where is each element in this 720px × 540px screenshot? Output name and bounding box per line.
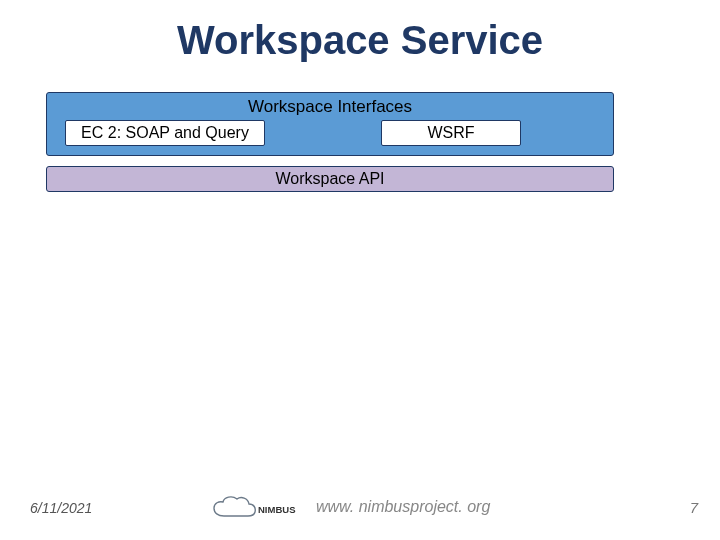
cloud-icon: NIMBUS xyxy=(208,492,304,526)
logo-text: NIMBUS xyxy=(258,504,295,515)
footer-url: www. nimbusproject. org xyxy=(316,498,490,516)
page-title: Workspace Service xyxy=(0,18,720,63)
workspace-api-box: Workspace API xyxy=(46,166,614,192)
nimbus-logo: NIMBUS xyxy=(208,492,304,526)
ec2-box: EC 2: SOAP and Query xyxy=(65,120,265,146)
footer-date: 6/11/2021 xyxy=(30,500,92,516)
workspace-interfaces-label: Workspace Interfaces xyxy=(47,97,613,117)
page-number: 7 xyxy=(690,499,698,516)
workspace-interfaces-box: Workspace Interfaces EC 2: SOAP and Quer… xyxy=(46,92,614,156)
slide: Workspace Service Workspace Interfaces E… xyxy=(0,0,720,540)
wsrf-box: WSRF xyxy=(381,120,521,146)
